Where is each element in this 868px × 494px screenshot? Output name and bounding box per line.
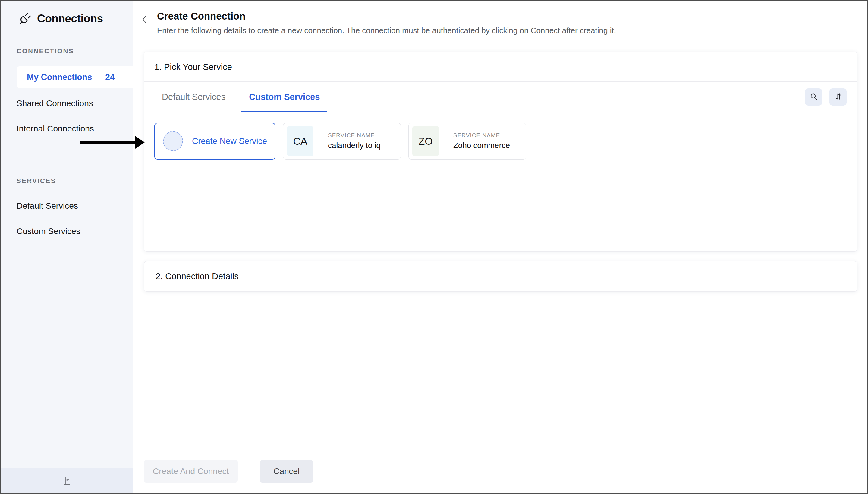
connection-details-heading: 2. Connection Details <box>156 271 857 281</box>
sidebar-section-connections-label: CONNECTIONS <box>17 48 133 55</box>
service-card-text: SERVICE NAME calanderly to iq <box>328 132 381 150</box>
sidebar-item-label: Custom Services <box>17 227 80 236</box>
my-connections-count-badge: 24 <box>105 72 115 82</box>
cancel-button[interactable]: Cancel <box>260 460 313 482</box>
service-cards: Create New Service CA SERVICE NAME calan… <box>144 112 857 159</box>
service-tabbar: Default Services Custom Services <box>144 82 857 112</box>
create-new-service-card[interactable]: Create New Service <box>154 123 275 159</box>
sort-arrows-icon <box>834 92 842 102</box>
sidebar-item-label: Shared Connections <box>17 99 93 108</box>
footer-actions: Create And Connect Cancel <box>144 448 857 482</box>
tab-label: Custom Services <box>249 92 320 102</box>
service-name-value: calanderly to iq <box>328 141 381 150</box>
create-and-connect-button[interactable]: Create And Connect <box>144 460 238 482</box>
sidebar-connections-nav: My Connections 24 Shared Connections Int… <box>1 66 133 141</box>
plug-icon <box>18 12 32 26</box>
service-name-field-label: SERVICE NAME <box>328 132 381 139</box>
service-name-value: Zoho commerce <box>453 141 510 150</box>
pick-service-heading: 1. Pick Your Service <box>144 52 857 82</box>
sidebar-item-label: Default Services <box>17 201 78 211</box>
create-new-service-label: Create New Service <box>192 136 267 146</box>
sidebar-footer <box>1 468 133 493</box>
tab-custom-services[interactable]: Custom Services <box>249 82 320 112</box>
service-card-zoho-commerce[interactable]: ZO SERVICE NAME Zoho commerce <box>408 123 526 159</box>
app-window: Connections CONNECTIONS My Connections 2… <box>0 0 868 494</box>
sidebar-item-internal-connections[interactable]: Internal Connections <box>1 116 133 141</box>
tab-default-services[interactable]: Default Services <box>162 82 225 112</box>
sidebar: Connections CONNECTIONS My Connections 2… <box>1 1 133 493</box>
back-button[interactable] <box>139 13 150 26</box>
tab-label: Default Services <box>162 92 225 102</box>
service-name-field-label: SERVICE NAME <box>453 132 510 139</box>
plus-icon <box>163 131 183 151</box>
sidebar-item-label: My Connections <box>27 72 92 82</box>
sidebar-item-shared-connections[interactable]: Shared Connections <box>1 91 133 116</box>
service-initials-badge: ZO <box>412 126 439 156</box>
sidebar-services-nav: Default Services Custom Services <box>1 193 133 244</box>
sidebar-item-custom-services[interactable]: Custom Services <box>1 218 133 244</box>
page-header-text: Create Connection Enter the following de… <box>157 11 616 35</box>
service-card-calanderly[interactable]: CA SERVICE NAME calanderly to iq <box>283 123 401 159</box>
service-initials-badge: CA <box>287 126 313 156</box>
app-title: Connections <box>37 12 103 25</box>
docs-button[interactable] <box>62 476 72 486</box>
page-header: Create Connection Enter the following de… <box>139 11 855 35</box>
search-icon <box>810 92 818 102</box>
connection-details-panel: 2. Connection Details <box>144 261 857 292</box>
sidebar-item-label: Internal Connections <box>17 124 94 134</box>
sidebar-item-default-services[interactable]: Default Services <box>1 193 133 218</box>
app-logo: Connections <box>1 1 133 26</box>
search-button[interactable] <box>805 88 822 106</box>
sidebar-section-services-label: SERVICES <box>17 177 133 185</box>
sidebar-item-my-connections[interactable]: My Connections 24 <box>17 66 133 88</box>
tab-actions <box>805 82 847 112</box>
sort-button[interactable] <box>829 88 847 106</box>
pick-service-panel: 1. Pick Your Service Default Services Cu… <box>144 52 857 251</box>
main-content: Create Connection Enter the following de… <box>133 1 867 493</box>
page-subtitle: Enter the following details to create a … <box>157 26 616 35</box>
service-card-text: SERVICE NAME Zoho commerce <box>453 132 510 150</box>
page-title: Create Connection <box>157 11 616 22</box>
chevron-left-icon <box>140 14 148 26</box>
